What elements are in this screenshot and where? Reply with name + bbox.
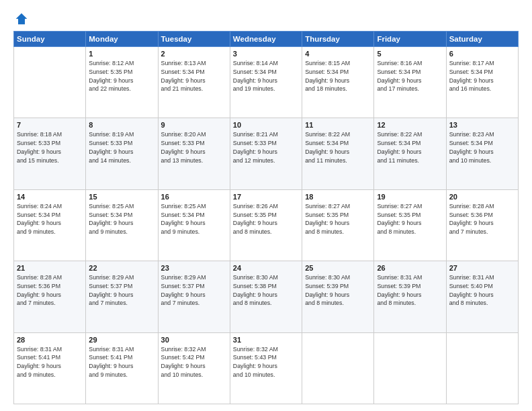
day-info: Sunrise: 8:27 AM Sunset: 5:35 PM Dayligh… — [377, 202, 443, 236]
calendar-cell: 28Sunrise: 8:31 AM Sunset: 5:41 PM Dayli… — [14, 332, 86, 404]
day-number: 28 — [17, 336, 83, 344]
day-info: Sunrise: 8:22 AM Sunset: 5:34 PM Dayligh… — [377, 130, 443, 165]
day-info: Sunrise: 8:31 AM Sunset: 5:40 PM Dayligh… — [449, 273, 515, 308]
day-info: Sunrise: 8:30 AM Sunset: 5:39 PM Dayligh… — [305, 273, 371, 308]
day-number: 8 — [89, 121, 154, 129]
day-number: 13 — [449, 121, 515, 129]
calendar-cell — [14, 47, 86, 118]
calendar-cell: 21Sunrise: 8:28 AM Sunset: 5:36 PM Dayli… — [14, 261, 86, 332]
day-header-friday: Friday — [374, 32, 446, 47]
day-header-monday: Monday — [86, 32, 158, 47]
day-info: Sunrise: 8:12 AM Sunset: 5:35 PM Dayligh… — [89, 59, 154, 93]
calendar-cell: 11Sunrise: 8:22 AM Sunset: 5:34 PM Dayli… — [302, 118, 374, 189]
day-number: 2 — [161, 50, 227, 58]
calendar-week-1: 1Sunrise: 8:12 AM Sunset: 5:35 PM Daylig… — [14, 47, 519, 118]
logo — [13, 12, 28, 26]
day-number: 29 — [89, 336, 154, 344]
calendar-cell: 25Sunrise: 8:30 AM Sunset: 5:39 PM Dayli… — [302, 261, 374, 332]
day-number: 10 — [233, 121, 299, 129]
day-number: 18 — [305, 193, 371, 201]
day-info: Sunrise: 8:25 AM Sunset: 5:34 PM Dayligh… — [161, 202, 227, 236]
header — [13, 12, 519, 26]
day-info: Sunrise: 8:15 AM Sunset: 5:34 PM Dayligh… — [305, 59, 371, 93]
calendar-cell: 17Sunrise: 8:26 AM Sunset: 5:35 PM Dayli… — [230, 189, 302, 261]
calendar-header-row: SundayMondayTuesdayWednesdayThursdayFrid… — [14, 32, 519, 47]
day-number: 23 — [161, 264, 227, 272]
day-info: Sunrise: 8:32 AM Sunset: 5:43 PM Dayligh… — [233, 345, 299, 379]
calendar-cell: 9Sunrise: 8:20 AM Sunset: 5:33 PM Daylig… — [158, 118, 230, 189]
calendar-week-4: 21Sunrise: 8:28 AM Sunset: 5:36 PM Dayli… — [14, 261, 519, 332]
calendar-cell: 18Sunrise: 8:27 AM Sunset: 5:35 PM Dayli… — [302, 189, 374, 261]
calendar-cell: 4Sunrise: 8:15 AM Sunset: 5:34 PM Daylig… — [302, 47, 374, 118]
calendar-cell: 24Sunrise: 8:30 AM Sunset: 5:38 PM Dayli… — [230, 261, 302, 332]
day-info: Sunrise: 8:28 AM Sunset: 5:36 PM Dayligh… — [449, 202, 515, 236]
calendar-cell: 3Sunrise: 8:14 AM Sunset: 5:34 PM Daylig… — [230, 47, 302, 118]
day-info: Sunrise: 8:31 AM Sunset: 5:39 PM Dayligh… — [377, 273, 443, 308]
day-number: 26 — [377, 264, 443, 272]
page: SundayMondayTuesdayWednesdayThursdayFrid… — [0, 0, 532, 411]
day-info: Sunrise: 8:16 AM Sunset: 5:34 PM Dayligh… — [377, 59, 443, 93]
day-info: Sunrise: 8:22 AM Sunset: 5:34 PM Dayligh… — [305, 130, 371, 165]
calendar-week-5: 28Sunrise: 8:31 AM Sunset: 5:41 PM Dayli… — [14, 332, 519, 404]
calendar-cell: 12Sunrise: 8:22 AM Sunset: 5:34 PM Dayli… — [374, 118, 446, 189]
calendar-week-3: 14Sunrise: 8:24 AM Sunset: 5:34 PM Dayli… — [14, 189, 519, 261]
day-number: 30 — [161, 336, 227, 344]
day-number: 27 — [449, 264, 515, 272]
day-info: Sunrise: 8:21 AM Sunset: 5:33 PM Dayligh… — [233, 130, 299, 165]
day-number: 9 — [161, 121, 227, 129]
day-info: Sunrise: 8:14 AM Sunset: 5:34 PM Dayligh… — [233, 59, 299, 93]
calendar-cell: 7Sunrise: 8:18 AM Sunset: 5:33 PM Daylig… — [14, 118, 86, 189]
day-info: Sunrise: 8:24 AM Sunset: 5:34 PM Dayligh… — [17, 202, 83, 236]
day-number: 19 — [377, 193, 443, 201]
day-info: Sunrise: 8:26 AM Sunset: 5:35 PM Dayligh… — [233, 202, 299, 236]
day-header-thursday: Thursday — [302, 32, 374, 47]
calendar-cell: 2Sunrise: 8:13 AM Sunset: 5:34 PM Daylig… — [158, 47, 230, 118]
day-info: Sunrise: 8:31 AM Sunset: 5:41 PM Dayligh… — [17, 345, 83, 379]
day-header-wednesday: Wednesday — [230, 32, 302, 47]
calendar-cell: 15Sunrise: 8:25 AM Sunset: 5:34 PM Dayli… — [86, 189, 158, 261]
day-info: Sunrise: 8:30 AM Sunset: 5:38 PM Dayligh… — [233, 273, 299, 308]
day-number: 17 — [233, 193, 299, 201]
day-number: 6 — [449, 50, 515, 58]
day-number: 21 — [17, 264, 83, 272]
day-number: 20 — [449, 193, 515, 201]
calendar-cell: 5Sunrise: 8:16 AM Sunset: 5:34 PM Daylig… — [374, 47, 446, 118]
calendar-week-2: 7Sunrise: 8:18 AM Sunset: 5:33 PM Daylig… — [14, 118, 519, 189]
calendar-cell: 20Sunrise: 8:28 AM Sunset: 5:36 PM Dayli… — [446, 189, 518, 261]
day-number: 16 — [161, 193, 227, 201]
calendar-cell: 30Sunrise: 8:32 AM Sunset: 5:42 PM Dayli… — [158, 332, 230, 404]
calendar-cell: 8Sunrise: 8:19 AM Sunset: 5:33 PM Daylig… — [86, 118, 158, 189]
day-info: Sunrise: 8:32 AM Sunset: 5:42 PM Dayligh… — [161, 345, 227, 379]
day-number: 15 — [89, 193, 154, 201]
day-info: Sunrise: 8:29 AM Sunset: 5:37 PM Dayligh… — [161, 273, 227, 308]
day-info: Sunrise: 8:23 AM Sunset: 5:34 PM Dayligh… — [449, 130, 515, 165]
calendar-cell: 6Sunrise: 8:17 AM Sunset: 5:34 PM Daylig… — [446, 47, 518, 118]
calendar-cell: 22Sunrise: 8:29 AM Sunset: 5:37 PM Dayli… — [86, 261, 158, 332]
day-info: Sunrise: 8:18 AM Sunset: 5:33 PM Dayligh… — [17, 130, 83, 165]
calendar-cell: 13Sunrise: 8:23 AM Sunset: 5:34 PM Dayli… — [446, 118, 518, 189]
calendar-cell: 26Sunrise: 8:31 AM Sunset: 5:39 PM Dayli… — [374, 261, 446, 332]
calendar-cell — [446, 332, 518, 404]
day-number: 22 — [89, 264, 154, 272]
day-number: 31 — [233, 336, 299, 344]
calendar-table: SundayMondayTuesdayWednesdayThursdayFrid… — [13, 31, 519, 404]
day-info: Sunrise: 8:20 AM Sunset: 5:33 PM Dayligh… — [161, 130, 227, 165]
day-number: 11 — [305, 121, 371, 129]
calendar-cell: 1Sunrise: 8:12 AM Sunset: 5:35 PM Daylig… — [86, 47, 158, 118]
day-info: Sunrise: 8:27 AM Sunset: 5:35 PM Dayligh… — [305, 202, 371, 236]
day-number: 3 — [233, 50, 299, 58]
day-info: Sunrise: 8:17 AM Sunset: 5:34 PM Dayligh… — [449, 59, 515, 93]
calendar-cell: 16Sunrise: 8:25 AM Sunset: 5:34 PM Dayli… — [158, 189, 230, 261]
svg-marker-0 — [16, 13, 28, 25]
day-number: 5 — [377, 50, 443, 58]
day-number: 4 — [305, 50, 371, 58]
calendar-cell: 10Sunrise: 8:21 AM Sunset: 5:33 PM Dayli… — [230, 118, 302, 189]
calendar-cell: 23Sunrise: 8:29 AM Sunset: 5:37 PM Dayli… — [158, 261, 230, 332]
day-number: 1 — [89, 50, 154, 58]
day-info: Sunrise: 8:25 AM Sunset: 5:34 PM Dayligh… — [89, 202, 154, 236]
calendar-cell — [374, 332, 446, 404]
day-info: Sunrise: 8:28 AM Sunset: 5:36 PM Dayligh… — [17, 273, 83, 308]
day-number: 14 — [17, 193, 83, 201]
logo-icon — [15, 12, 28, 26]
day-info: Sunrise: 8:13 AM Sunset: 5:34 PM Dayligh… — [161, 59, 227, 93]
